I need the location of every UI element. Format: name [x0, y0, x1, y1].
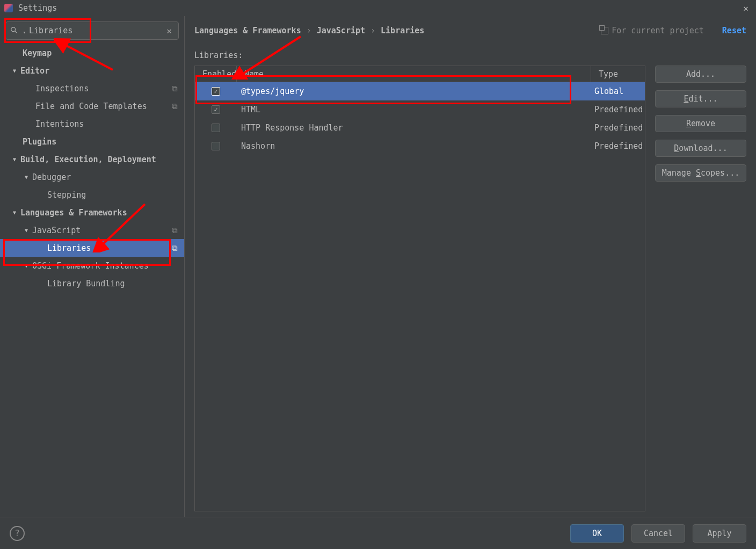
project-scope-tag: For current project [601, 26, 704, 35]
chevron-down-icon: ▼ [11, 210, 18, 215]
cell-type: Predefined [591, 105, 645, 114]
breadcrumb-segment[interactable]: JavaScript [317, 26, 365, 35]
column-header-type[interactable]: Type [591, 66, 645, 82]
help-button[interactable]: ? [10, 526, 25, 541]
tree-item-file-code-templates[interactable]: File and Code Templates⧉ [0, 97, 184, 115]
reset-link[interactable]: Reset [722, 26, 746, 35]
chevron-down-icon: ▼ [11, 68, 18, 74]
breadcrumb-separator: › [307, 26, 311, 35]
tree-label: Stepping [47, 190, 86, 200]
tree-item-inspections[interactable]: Inspections⧉ [0, 80, 184, 97]
clear-search-icon[interactable]: ✕ [164, 26, 174, 36]
cell-type: Predefined [591, 123, 645, 133]
edit-button[interactable]: Edit... [655, 90, 746, 107]
section-label: Libraries: [194, 50, 746, 60]
copy-icon: ⧉ [172, 226, 178, 235]
enabled-checkbox[interactable] [212, 124, 220, 132]
tree-item-plugins[interactable]: Plugins [0, 133, 184, 150]
window-title: Settings [18, 3, 57, 13]
cell-name: Nashorn [237, 141, 591, 151]
close-icon[interactable]: ✕ [740, 3, 752, 13]
tree-item-stepping[interactable]: Stepping [0, 186, 184, 204]
svg-point-0 [11, 27, 16, 31]
tree-item-editor[interactable]: ▼Editor [0, 62, 184, 80]
tree-item-intentions[interactable]: Intentions [0, 115, 184, 133]
tree-label: Debugger [32, 172, 71, 182]
settings-tree: Keymap ▼Editor Inspections⧉ File and Cod… [0, 44, 184, 517]
enabled-checkbox[interactable]: ✓ [212, 105, 220, 114]
tree-item-libraries[interactable]: Libraries⧉ [0, 239, 184, 257]
chevron-down-icon: ▼ [11, 156, 18, 162]
breadcrumb-segment[interactable]: Languages & Frameworks [194, 26, 301, 35]
cancel-button[interactable]: Cancel [631, 524, 685, 543]
ok-button[interactable]: OK [570, 524, 624, 543]
tree-item-javascript[interactable]: ▼JavaScript⧉ [0, 221, 184, 239]
search-input[interactable] [29, 26, 164, 35]
table-row[interactable]: NashornPredefined [195, 137, 645, 155]
chevron-down-icon: ▼ [23, 174, 30, 180]
project-scope-label: For current project [612, 26, 704, 35]
apply-button[interactable]: Apply [693, 524, 746, 543]
chevron-down-icon: ▼ [23, 263, 30, 269]
tree-label: Languages & Frameworks [20, 208, 127, 218]
titlebar: Settings ✕ [0, 0, 756, 16]
libraries-table: Enabled Name Type ✓@types/jqueryGlobal✓H… [194, 66, 645, 511]
svg-line-1 [15, 31, 17, 33]
remove-button[interactable]: Remove [655, 115, 746, 132]
search-input-wrap[interactable]: ▾ ✕ [5, 21, 179, 40]
table-actions: Add... Edit... Remove Download... Manage… [655, 66, 746, 511]
copy-icon: ⧉ [172, 102, 178, 111]
copy-icon: ⧉ [172, 84, 178, 93]
tree-label: Library Bundling [47, 279, 125, 288]
breadcrumb-segment: Libraries [381, 26, 424, 35]
tree-label: Editor [20, 66, 49, 76]
sidebar: ▾ ✕ Keymap ▼Editor Inspections⧉ File and… [0, 16, 185, 517]
manage-scopes-button[interactable]: Manage Scopes... [655, 164, 746, 182]
table-row[interactable]: ✓HTMLPredefined [195, 100, 645, 119]
enabled-checkbox[interactable] [212, 142, 220, 150]
tree-label: Libraries [47, 243, 91, 253]
app-icon [4, 4, 13, 12]
cell-type: Global [591, 86, 645, 96]
cell-name: HTTP Response Handler [237, 123, 591, 133]
tree-label: File and Code Templates [35, 102, 147, 111]
table-row[interactable]: ✓@types/jqueryGlobal [195, 82, 645, 100]
add-button[interactable]: Add... [655, 66, 746, 83]
project-icon [601, 27, 608, 34]
column-header-name[interactable]: Name [237, 66, 591, 82]
tree-item-build-execution-deployment[interactable]: ▼Build, Execution, Deployment [0, 150, 184, 168]
tree-item-osgi[interactable]: ▼OSGi Framework Instances [0, 257, 184, 274]
tree-label: JavaScript [32, 226, 81, 235]
chevron-down-icon: ▼ [23, 227, 30, 233]
column-header-enabled[interactable]: Enabled [195, 66, 237, 82]
tree-label: Inspections [35, 84, 89, 93]
tree-item-keymap[interactable]: Keymap [0, 44, 184, 62]
tree-label: OSGi Framework Instances [32, 261, 149, 271]
breadcrumb-separator: › [370, 26, 375, 35]
dialog-footer: ? OK Cancel Apply [0, 517, 756, 549]
tree-label: Build, Execution, Deployment [20, 155, 156, 164]
table-header: Enabled Name Type [195, 66, 645, 82]
content-pane: Languages & Frameworks › JavaScript › Li… [185, 16, 756, 517]
tree-label: Intentions [35, 119, 84, 129]
tree-label: Keymap [23, 48, 52, 58]
cell-type: Predefined [591, 141, 645, 151]
breadcrumb: Languages & Frameworks › JavaScript › Li… [194, 24, 746, 38]
tree-item-debugger[interactable]: ▼Debugger [0, 168, 184, 186]
tree-label: Plugins [23, 137, 56, 147]
table-row[interactable]: HTTP Response HandlerPredefined [195, 119, 645, 137]
search-icon: ▾ [10, 26, 26, 36]
cell-name: @types/jquery [237, 86, 591, 96]
enabled-checkbox[interactable]: ✓ [212, 87, 220, 96]
cell-name: HTML [237, 105, 591, 114]
tree-item-languages-frameworks[interactable]: ▼Languages & Frameworks [0, 204, 184, 221]
tree-item-library-bundling[interactable]: Library Bundling [0, 274, 184, 292]
download-button[interactable]: Download... [655, 140, 746, 157]
copy-icon: ⧉ [172, 243, 178, 253]
